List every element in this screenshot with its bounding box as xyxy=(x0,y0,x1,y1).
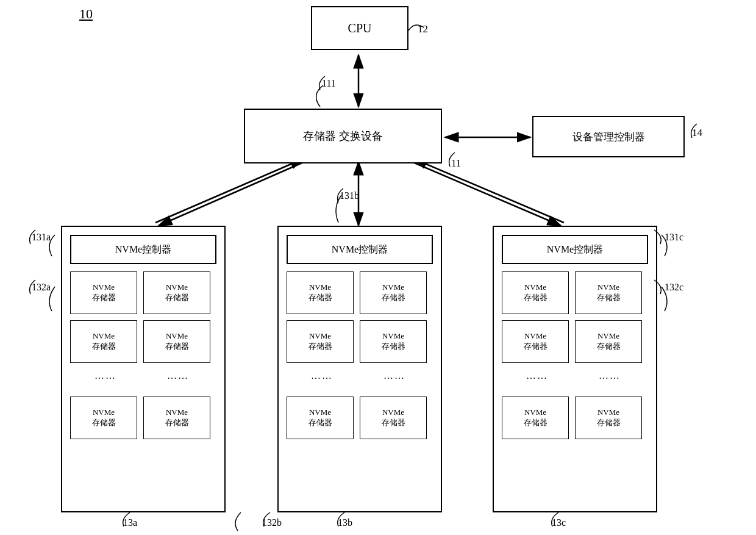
nvme-controller-c: NVMe控制器 xyxy=(502,235,648,264)
nvme-storage-b-r3c1: NVMe存储器 xyxy=(287,397,354,439)
device-mgr-label: 设备管理控制器 xyxy=(572,130,645,144)
label-131a: 131a xyxy=(32,232,51,243)
label-132b: 132b xyxy=(262,517,282,528)
diagram: 10 CPU 12 111 存储器 交换设备 11 设备管理控制器 14 131… xyxy=(0,0,756,535)
svg-line-4 xyxy=(159,162,305,226)
nvme-storage-a-r3c1: NVMe存储器 xyxy=(70,397,137,439)
nvme-storage-b-r3c2: NVMe存储器 xyxy=(360,397,427,439)
group-a xyxy=(61,226,226,512)
nvme-storage-a-r1c2: NVMe存储器 xyxy=(143,271,210,314)
switch-label: 存储器 交换设备 xyxy=(303,129,383,143)
dots-a-c2: …… xyxy=(163,370,193,381)
dots-c-c2: …… xyxy=(594,370,625,381)
switch-box: 存储器 交换设备 xyxy=(244,109,442,163)
nvme-storage-c-r2c1: NVMe存储器 xyxy=(502,320,569,363)
cpu-box: CPU xyxy=(311,6,408,50)
nvme-storage-a-r2c1: NVMe存储器 xyxy=(70,320,137,363)
nvme-storage-b-r2c2: NVMe存储器 xyxy=(360,320,427,363)
label-132a: 132a xyxy=(32,282,51,293)
label-111: 111 xyxy=(322,78,336,89)
label-13b: 13b xyxy=(338,517,352,528)
nvme-controller-a: NVMe控制器 xyxy=(70,235,216,264)
cpu-ref: 12 xyxy=(418,23,428,35)
nvme-storage-c-r1c1: NVMe存储器 xyxy=(502,271,569,314)
nvme-storage-a-r3c2: NVMe存储器 xyxy=(143,397,210,439)
nvme-controller-b: NVMe控制器 xyxy=(287,235,433,264)
dots-a-c1: …… xyxy=(90,370,121,381)
dots-c-c1: …… xyxy=(522,370,552,381)
switch-ref: 11 xyxy=(451,157,461,170)
nvme-storage-b-r1c1: NVMe存储器 xyxy=(287,271,354,314)
group-b xyxy=(277,226,442,512)
svg-line-7 xyxy=(412,162,561,226)
nvme-storage-a-r2c2: NVMe存储器 xyxy=(143,320,210,363)
label-13a: 13a xyxy=(123,517,137,528)
nvme-storage-c-r3c2: NVMe存储器 xyxy=(575,397,642,439)
device-mgr-box: 设备管理控制器 xyxy=(532,116,685,157)
diagram-label-10: 10 xyxy=(79,6,93,22)
svg-line-5 xyxy=(155,159,304,223)
cpu-label: CPU xyxy=(348,21,372,35)
device-mgr-ref: 14 xyxy=(692,127,702,139)
svg-line-8 xyxy=(413,159,564,223)
dots-b-c2: …… xyxy=(379,370,410,381)
nvme-storage-c-r3c1: NVMe存储器 xyxy=(502,397,569,439)
group-c xyxy=(493,226,657,512)
label-132c: 132c xyxy=(665,282,683,293)
nvme-storage-a-r1c1: NVMe存储器 xyxy=(70,271,137,314)
label-131c: 131c xyxy=(665,232,683,243)
label-13c: 13c xyxy=(552,517,566,528)
nvme-storage-b-r1c2: NVMe存储器 xyxy=(360,271,427,314)
dots-b-c1: …… xyxy=(307,370,337,381)
nvme-storage-b-r2c1: NVMe存储器 xyxy=(287,320,354,363)
nvme-storage-c-r2c2: NVMe存储器 xyxy=(575,320,642,363)
nvme-storage-c-r1c2: NVMe存储器 xyxy=(575,271,642,314)
label-131b: 131b xyxy=(340,190,359,201)
